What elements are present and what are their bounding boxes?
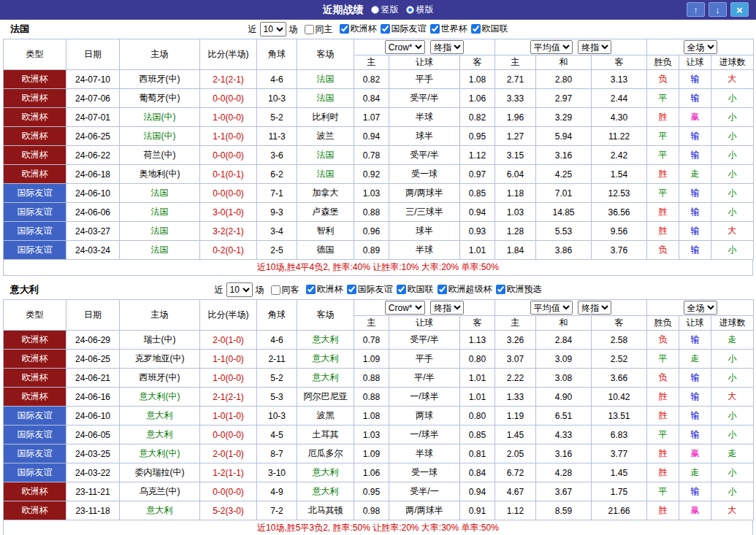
avg-odds-select[interactable]: 平均值: [530, 301, 573, 315]
score-cell: 0-0(0-0): [200, 89, 257, 108]
score-cell: 1-1(0-0): [200, 350, 257, 369]
date-cell: 24-06-22: [66, 146, 120, 165]
avg-away-odds-cell: 4.30: [592, 108, 647, 127]
date-cell: 23-11-18: [66, 501, 120, 520]
league-checkbox[interactable]: [438, 285, 447, 294]
handicap-cell: 平手: [389, 350, 460, 369]
avg-final-odds-select[interactable]: 终指: [578, 301, 611, 315]
same-venue-label: 同主: [316, 23, 333, 36]
corner-cell: 6-2: [257, 165, 297, 184]
result-cell: 胜: [647, 501, 679, 520]
handicap-cell: 球半: [389, 222, 460, 241]
league-checkbox[interactable]: [381, 24, 390, 34]
home-team-cell: 意大利(中): [120, 444, 200, 463]
recent-count-select[interactable]: 10: [226, 282, 253, 297]
final-odds-select[interactable]: 终指: [430, 40, 464, 54]
avg-away-odds-cell: 11.22: [592, 127, 647, 146]
match-type-cell: 国际友谊: [4, 241, 66, 260]
avg-draw-odds-cell: 5.53: [536, 222, 592, 241]
away-team-cell: 波兰: [297, 127, 354, 146]
league-filter[interactable]: 欧洲杯: [306, 283, 343, 296]
avg-draw-odds-cell: 3.16: [536, 146, 592, 165]
col-header-home: 主场: [120, 300, 200, 331]
handicap-cell: 球半: [389, 127, 460, 146]
layout-radio-horizontal[interactable]: 横版: [406, 4, 434, 16]
league-checkbox[interactable]: [471, 24, 481, 34]
avg-final-odds-select[interactable]: 终指: [578, 40, 611, 54]
asian-away-odds-cell: 0.85: [460, 184, 495, 203]
goals-result-cell: 小: [711, 127, 754, 146]
same-venue-filter[interactable]: 同客: [271, 284, 299, 296]
asian-home-odds-cell: 0.84: [354, 89, 389, 108]
recent-count-select[interactable]: 10: [260, 22, 286, 36]
match-type-cell: 欧洲杯: [4, 482, 66, 501]
odds-company-select[interactable]: Crow*: [385, 40, 425, 54]
away-team-cell: 意大利: [297, 463, 354, 482]
radio-icon[interactable]: [371, 6, 379, 14]
date-cell: 24-03-25: [66, 444, 120, 463]
league-label: 世界杯: [441, 23, 467, 35]
avg-odds-select[interactable]: 平均值: [530, 40, 573, 54]
corner-cell: 5-2: [257, 369, 297, 388]
col-header-asian-home: 主: [354, 316, 389, 331]
scope-select[interactable]: 全场: [684, 40, 717, 54]
avg-home-odds-cell: 1.33: [495, 388, 536, 407]
league-filter[interactable]: 世界杯: [430, 23, 467, 35]
layout-radio-vertical[interactable]: 竖版: [371, 4, 399, 16]
final-odds-select[interactable]: 终指: [430, 301, 464, 315]
match-type-cell: 国际友谊: [4, 463, 66, 482]
col-header-asian-home: 主: [354, 55, 389, 70]
league-checkbox[interactable]: [340, 24, 349, 34]
close-button[interactable]: ×: [730, 2, 749, 17]
handicap-result-cell: 赢: [679, 108, 711, 127]
match-type-cell: 欧洲杯: [4, 501, 66, 520]
league-filter[interactable]: 国际友谊: [347, 283, 393, 296]
match-row: 国际友谊24-06-06法国3-0(1-0)9-3卢森堡0.88三/三球半0.9…: [4, 203, 754, 222]
handicap-cell: 受一球: [389, 463, 460, 482]
league-filter[interactable]: 国际友谊: [381, 23, 427, 35]
same-venue-checkbox[interactable]: [305, 25, 314, 34]
league-filter[interactable]: 欧国联: [471, 23, 508, 35]
away-team-cell: 意大利: [297, 369, 354, 388]
league-filter[interactable]: 欧洲预选: [496, 283, 542, 296]
league-checkbox[interactable]: [496, 285, 505, 294]
avg-away-odds-cell: 36.56: [592, 203, 647, 222]
col-header-type: 类型: [4, 300, 66, 331]
avg-away-odds-cell: 6.83: [592, 426, 647, 444]
home-team-cell: 瑞士(中): [120, 331, 200, 350]
move-up-button[interactable]: ↑: [687, 2, 705, 17]
avg-draw-odds-cell: 3.67: [536, 482, 592, 501]
league-checkbox[interactable]: [347, 285, 356, 294]
league-filter[interactable]: 欧洲超级杯: [438, 283, 492, 296]
away-team-cell: 卢森堡: [297, 203, 354, 222]
match-type-cell: 欧洲杯: [4, 89, 66, 108]
avg-away-odds-cell: 9.56: [592, 222, 647, 241]
league-checkbox[interactable]: [397, 285, 406, 294]
scope-select[interactable]: 全场: [684, 301, 717, 315]
same-venue-filter[interactable]: 同主: [305, 23, 333, 36]
match-type-cell: 欧洲杯: [4, 146, 66, 165]
league-checkbox[interactable]: [430, 24, 440, 34]
result-cell: 负: [647, 70, 679, 89]
handicap-result-cell: 输: [679, 146, 711, 165]
score-cell: 3-0(1-0): [200, 203, 257, 222]
asian-away-odds-cell: 1.06: [460, 89, 495, 108]
radio-icon[interactable]: [406, 6, 414, 14]
same-venue-checkbox[interactable]: [271, 285, 280, 295]
avg-draw-odds-cell: 3.29: [536, 108, 592, 127]
home-team-cell: 法国: [120, 184, 200, 203]
league-checkbox[interactable]: [306, 285, 316, 294]
move-down-button[interactable]: ↓: [709, 2, 727, 17]
goals-result-cell: 大: [711, 501, 754, 520]
avg-home-odds-cell: 1.96: [495, 108, 536, 127]
odds-company-select[interactable]: Crow*: [385, 301, 425, 315]
col-header-handicap: 让球: [389, 316, 460, 331]
match-row: 欧洲杯24-06-22荷兰(中)0-0(0-0)3-6法国0.78受平/半1.1…: [4, 146, 754, 165]
league-filter[interactable]: 欧国联: [397, 283, 434, 296]
league-filter[interactable]: 欧洲杯: [340, 23, 377, 35]
handicap-result-cell: 输: [679, 70, 711, 89]
same-venue-label: 同客: [282, 284, 299, 296]
avg-away-odds-cell: 1.45: [592, 463, 647, 482]
match-row: 国际友谊24-03-22委内瑞拉(中)1-2(1-1)3-10意大利1.06受一…: [4, 463, 754, 482]
asian-away-odds-cell: 1.01: [460, 241, 495, 260]
